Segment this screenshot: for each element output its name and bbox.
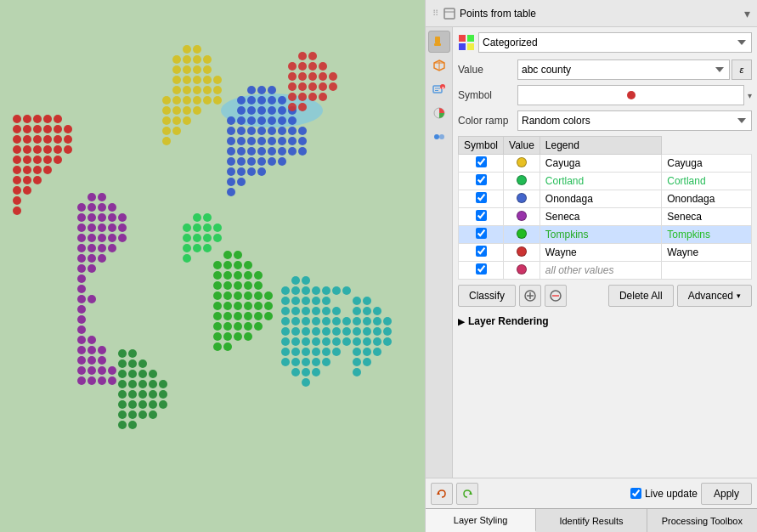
svg-point-229 bbox=[234, 332, 242, 341]
svg-point-39 bbox=[13, 196, 21, 205]
table-row[interactable]: all other values bbox=[459, 262, 752, 280]
table-row[interactable]: CortlandCortland bbox=[459, 173, 752, 190]
layer-rendering-section[interactable]: ▶ Layer Rendering bbox=[458, 312, 752, 331]
svg-point-17 bbox=[54, 135, 62, 144]
add-button[interactable] bbox=[519, 285, 541, 307]
delete-all-button[interactable]: Delete All bbox=[608, 285, 674, 307]
svg-point-332 bbox=[128, 400, 137, 409]
svg-point-287 bbox=[332, 286, 341, 295]
redo-button[interactable] bbox=[456, 483, 478, 505]
bottom-bar: Live update Apply bbox=[426, 478, 757, 508]
row-symbol-cell bbox=[504, 244, 540, 262]
row-checkbox-cell[interactable] bbox=[459, 173, 504, 190]
svg-point-306 bbox=[353, 348, 361, 356]
row-checkbox[interactable] bbox=[476, 192, 487, 203]
svg-point-255 bbox=[332, 317, 341, 325]
row-checkbox-cell[interactable] bbox=[459, 262, 504, 280]
row-checkbox[interactable] bbox=[476, 246, 487, 257]
svg-point-52 bbox=[183, 76, 191, 84]
svg-point-223 bbox=[223, 322, 232, 331]
sidebar-icon-diagrams[interactable] bbox=[428, 102, 450, 124]
live-update-checkbox[interactable] bbox=[630, 488, 641, 499]
svg-point-289 bbox=[353, 297, 361, 305]
svg-point-210 bbox=[213, 302, 222, 310]
svg-point-244 bbox=[281, 307, 290, 315]
col-legend: Legend bbox=[540, 137, 661, 155]
svg-point-236 bbox=[291, 286, 300, 295]
panel-close-button[interactable]: ▾ bbox=[744, 7, 750, 20]
svg-point-318 bbox=[128, 370, 137, 378]
row-checkbox[interactable] bbox=[476, 156, 487, 167]
sidebar-icon-style[interactable] bbox=[428, 31, 450, 53]
row-checkbox[interactable] bbox=[476, 174, 487, 185]
row-checkbox-cell[interactable] bbox=[459, 226, 504, 244]
svg-point-89 bbox=[88, 224, 96, 232]
table-row[interactable]: TompkinsTompkins bbox=[459, 226, 752, 244]
sidebar-icon-labels[interactable]: a bbox=[428, 78, 450, 100]
table-row[interactable]: CayugaCayuga bbox=[459, 155, 752, 173]
svg-point-187 bbox=[227, 188, 235, 196]
symbol-preview[interactable] bbox=[517, 85, 744, 105]
apply-button[interactable]: Apply bbox=[701, 483, 752, 505]
svg-point-242 bbox=[312, 297, 320, 305]
color-dot bbox=[517, 246, 527, 257]
svg-point-182 bbox=[237, 167, 246, 176]
svg-point-88 bbox=[77, 224, 86, 232]
remove-button[interactable] bbox=[545, 285, 567, 307]
svg-point-284 bbox=[312, 368, 320, 376]
svg-point-347 bbox=[319, 62, 327, 71]
undo-button[interactable] bbox=[431, 483, 453, 505]
row-symbol-cell bbox=[504, 262, 540, 280]
row-checkbox-cell[interactable] bbox=[459, 190, 504, 208]
svg-point-25 bbox=[13, 156, 21, 164]
svg-point-153 bbox=[247, 127, 256, 135]
drag-handle[interactable]: ⠿ bbox=[432, 8, 438, 18]
svg-point-169 bbox=[247, 147, 256, 156]
svg-point-309 bbox=[353, 358, 361, 366]
svg-point-159 bbox=[227, 137, 235, 145]
svg-point-118 bbox=[98, 346, 106, 354]
tab-layer-styling[interactable]: Layer Styling bbox=[426, 509, 536, 532]
svg-point-181 bbox=[227, 167, 235, 176]
svg-point-319 bbox=[138, 370, 147, 378]
row-checkbox-cell[interactable] bbox=[459, 208, 504, 226]
symbol-control: ▾ bbox=[517, 85, 752, 105]
table-row[interactable]: OnondagaOnondaga bbox=[459, 190, 752, 208]
row-value-cell: Cortland bbox=[540, 173, 661, 190]
renderer-select[interactable]: Categorized bbox=[478, 32, 752, 53]
svg-point-303 bbox=[363, 337, 371, 346]
svg-point-35 bbox=[23, 176, 31, 184]
svg-point-80 bbox=[88, 203, 96, 212]
row-checkbox-cell[interactable] bbox=[459, 155, 504, 173]
tab-identify-results[interactable]: Identify Results bbox=[536, 509, 647, 532]
svg-point-75 bbox=[172, 127, 181, 135]
advanced-button[interactable]: Advanced ▾ bbox=[677, 285, 752, 307]
label-icon: a bbox=[432, 82, 446, 96]
tab-processing-toolbox[interactable]: Processing Toolbox bbox=[647, 509, 757, 532]
svg-point-141 bbox=[268, 106, 276, 115]
svg-point-324 bbox=[149, 380, 157, 388]
value-select[interactable]: abc county bbox=[517, 59, 730, 80]
svg-point-265 bbox=[291, 337, 300, 346]
sidebar-icon-3d[interactable] bbox=[428, 54, 450, 76]
color-ramp-select[interactable]: Random colors bbox=[517, 110, 752, 131]
svg-rect-395 bbox=[459, 43, 466, 50]
svg-point-93 bbox=[77, 234, 86, 242]
classify-button[interactable]: Classify bbox=[458, 285, 516, 307]
table-row[interactable]: WayneWayne bbox=[459, 244, 752, 262]
row-checkbox-cell[interactable] bbox=[459, 244, 504, 262]
row-checkbox[interactable] bbox=[476, 210, 487, 221]
svg-rect-381 bbox=[435, 37, 440, 43]
epsilon-button[interactable]: ε bbox=[732, 59, 752, 80]
row-checkbox[interactable] bbox=[476, 263, 487, 274]
sidebar-icon-rendering[interactable] bbox=[428, 126, 450, 148]
svg-point-285 bbox=[302, 378, 310, 387]
svg-point-240 bbox=[291, 297, 300, 305]
svg-point-305 bbox=[383, 337, 392, 346]
table-row[interactable]: SenecaSeneca bbox=[459, 208, 752, 226]
svg-point-22 bbox=[43, 145, 52, 154]
svg-point-310 bbox=[363, 358, 371, 366]
svg-point-270 bbox=[342, 337, 351, 346]
live-update-checkbox-label[interactable]: Live update bbox=[630, 488, 698, 500]
row-checkbox[interactable] bbox=[476, 228, 487, 239]
